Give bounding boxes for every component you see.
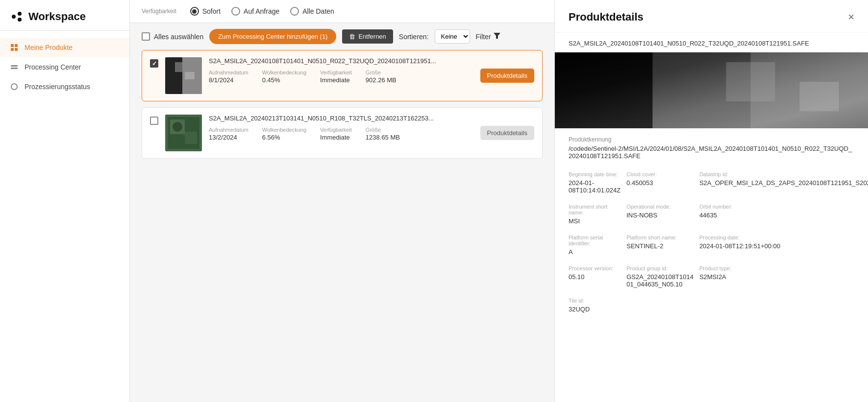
product-1-details-button[interactable]: Produktdetails xyxy=(480,69,534,83)
svg-point-9 xyxy=(11,84,17,90)
select-all-checkbox[interactable] xyxy=(142,32,150,41)
svg-rect-4 xyxy=(15,44,18,47)
remove-button-label: Entfernen xyxy=(358,33,386,40)
detail-meta-item-10: Processing date: 2024-01-08T12:19:51+00:… xyxy=(699,235,868,256)
detail-meta-key-5: Operational mode: xyxy=(626,204,694,210)
product-2-groesse: Größe 1238.65 MB xyxy=(366,127,400,141)
sidebar: Workspace Meine Produkte Processing C xyxy=(0,0,130,402)
detail-meta-key-9: Platform short name: xyxy=(626,235,694,240)
product-2-action[interactable]: Produktdetails xyxy=(480,115,534,151)
product-1-checkbox[interactable] xyxy=(150,59,158,68)
filter-button[interactable]: Filter xyxy=(476,32,500,41)
product-2-info: S2A_MSIL2A_20240213T103141_N0510_R108_T3… xyxy=(209,115,473,151)
detail-image xyxy=(555,52,868,128)
svg-rect-19 xyxy=(185,132,197,144)
sort-label: Sortieren: xyxy=(399,33,429,41)
svg-rect-26 xyxy=(800,82,839,111)
detail-kennung: Produktkennung /codede/Sentinel-2/MSI/L2… xyxy=(555,128,868,164)
detail-meta-key-6: Orbit number: xyxy=(699,204,868,210)
product-2-meta: Aufnahmedatum 13/2/2024 Wolkenbedeckung … xyxy=(209,127,473,141)
product-2-wolkenbedeckung: Wolkenbedeckung 6.56% xyxy=(262,127,306,141)
availability-bar: Verfügbarkeit Sofort Auf Anfrage Alle Da… xyxy=(130,0,554,23)
product-2-name: S2A_MSIL2A_20240213T103141_N0510_R108_T3… xyxy=(209,115,473,122)
detail-meta-item-0: Beginning date time: 2024-01-08T10:14:01… xyxy=(569,171,620,194)
svg-rect-3 xyxy=(11,44,14,47)
product-1-info: S2A_MSIL2A_20240108T101401_N0510_R022_T3… xyxy=(209,57,473,94)
svg-rect-15 xyxy=(185,72,195,79)
detail-meta-item-8: Platform serial identifier: A xyxy=(569,235,620,256)
detail-meta-item-16: Tile id: 32UQD xyxy=(569,298,620,313)
circle-icon xyxy=(10,82,19,91)
detail-meta-item-13: Product group id: GS2A_20240108T1014 01_… xyxy=(626,265,694,288)
toolbar: Alles auswählen Zum Processing Center hi… xyxy=(130,23,554,50)
product-2-checkbox[interactable] xyxy=(150,117,158,125)
detail-title: Produktdetails xyxy=(569,11,644,24)
detail-meta-val-12: 05.10 xyxy=(569,273,620,281)
filter-button-label: Filter xyxy=(476,33,491,41)
product-1-thumbnail xyxy=(165,57,202,94)
radio-sofort[interactable]: Sofort xyxy=(190,7,221,16)
sidebar-item-meine-produkte[interactable]: Meine Produkte xyxy=(0,38,129,57)
product-1-aufnahmedatum: Aufnahmedatum 8/1/2024 xyxy=(209,70,248,84)
main-content: Verfügbarkeit Sofort Auf Anfrage Alle Da… xyxy=(130,0,554,402)
detail-panel: Produktdetails × S2A_MSIL2A_20240108T101… xyxy=(554,0,868,402)
radio-alle-daten[interactable]: Alle Daten xyxy=(290,7,334,16)
radio-sofort-label: Sofort xyxy=(202,7,221,15)
product-1-verfuegbarkeit: Verfügbarkeit Immediate xyxy=(320,70,352,84)
radio-auf-anfrage-circle xyxy=(231,7,240,16)
detail-meta-val-16: 32UQD xyxy=(569,306,620,313)
product-1-meta: Aufnahmedatum 8/1/2024 Wolkenbedeckung 0… xyxy=(209,70,473,84)
radio-sofort-circle xyxy=(190,7,199,16)
select-all-label[interactable]: Alles auswählen xyxy=(142,32,203,41)
availability-radio-group: Sofort Auf Anfrage Alle Daten xyxy=(190,7,334,16)
detail-meta-val-14: S2MSI2A xyxy=(699,273,868,281)
svg-point-1 xyxy=(18,12,22,16)
detail-meta-item-2: Datastrip id: S2A_OPER_MSI_L2A_DS_2APS_2… xyxy=(699,171,868,194)
availability-label: Verfügbarkeit xyxy=(142,8,176,15)
sidebar-item-prozessierungsstatus[interactable]: Prozessierungsstatus xyxy=(0,77,129,96)
svg-rect-25 xyxy=(726,62,775,101)
detail-meta-key-4: Instrument short name: xyxy=(569,204,620,215)
detail-meta-val-4: MSI xyxy=(569,217,620,225)
app-title: Workspace xyxy=(28,10,86,23)
product-2-thumbnail xyxy=(165,115,202,151)
sidebar-item-processing-center[interactable]: Processing Center xyxy=(0,57,129,77)
detail-meta-key-1: Cloud cover: xyxy=(626,171,694,177)
detail-meta-val-1: 0.450053 xyxy=(626,179,694,187)
kennung-label: Produktkennung xyxy=(569,136,854,143)
sort-select[interactable]: Keine xyxy=(435,29,470,44)
radio-auf-anfrage-label: Auf Anfrage xyxy=(244,7,279,15)
sidebar-nav: Meine Produkte Processing Center Prozess… xyxy=(0,31,129,402)
close-button[interactable]: × xyxy=(848,12,854,23)
detail-meta-grid: Beginning date time: 2024-01-08T10:14:01… xyxy=(555,164,868,321)
remove-button[interactable]: 🗑 Entfernen xyxy=(342,29,393,44)
filter-icon xyxy=(494,32,500,41)
detail-meta-val-10: 2024-01-08T12:19:51+00:00 xyxy=(699,242,868,250)
product-card-1: S2A_MSIL2A_20240108T101401_N0510_R022_T3… xyxy=(142,50,543,101)
detail-meta-key-12: Processor version: xyxy=(569,265,620,271)
detail-header: Produktdetails × xyxy=(555,0,868,33)
product-2-details-button[interactable]: Produktdetails xyxy=(480,126,534,140)
detail-meta-item-12: Processor version: 05.10 xyxy=(569,265,620,288)
product-1-action[interactable]: Produktdetails xyxy=(480,57,534,94)
sidebar-item-label: Processing Center xyxy=(25,63,81,71)
detail-meta-val-2: S2A_OPER_MSI_L2A_DS_2APS_20240108T121951… xyxy=(699,179,868,187)
detail-meta-item-1: Cloud cover: 0.450053 xyxy=(626,171,694,194)
product-2-checkbox-wrapper[interactable] xyxy=(150,115,158,151)
remove-icon: 🗑 xyxy=(349,33,355,40)
detail-meta-key-0: Beginning date time: xyxy=(569,171,620,177)
detail-meta-key-10: Processing date: xyxy=(699,235,868,240)
svg-point-2 xyxy=(18,18,22,22)
sidebar-item-label: Meine Produkte xyxy=(25,44,73,51)
svg-rect-5 xyxy=(11,48,14,51)
product-1-checkbox-wrapper[interactable] xyxy=(150,57,158,94)
product-1-wolkenbedeckung: Wolkenbedeckung 0.45% xyxy=(262,70,306,84)
svg-rect-14 xyxy=(175,62,182,72)
detail-meta-item-4: Instrument short name: MSI xyxy=(569,204,620,225)
detail-meta-val-9: SENTINEL-2 xyxy=(626,242,694,250)
svg-marker-10 xyxy=(494,33,500,39)
radio-auf-anfrage[interactable]: Auf Anfrage xyxy=(231,7,279,16)
radio-alle-daten-label: Alle Daten xyxy=(302,7,334,15)
add-to-processing-button[interactable]: Zum Processing Center hinzufügen (1) xyxy=(209,29,336,44)
product-list: S2A_MSIL2A_20240108T101401_N0510_R022_T3… xyxy=(130,50,554,402)
